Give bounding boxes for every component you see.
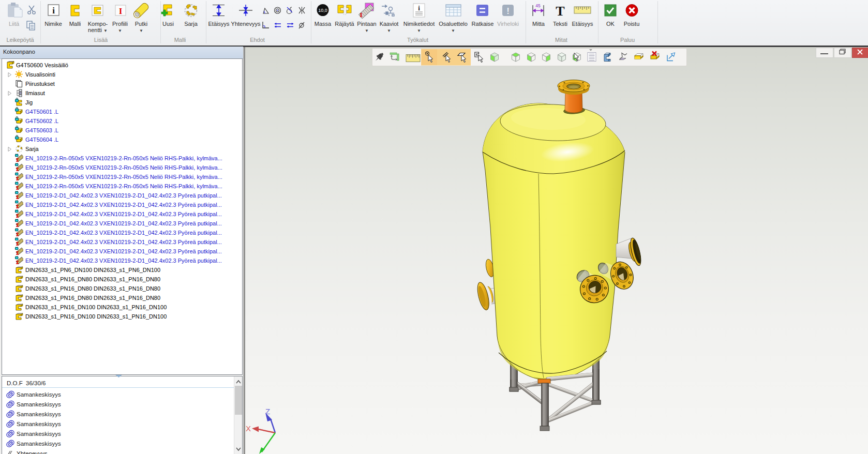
svg-text:T: T <box>556 4 564 19</box>
svg-text:i: i <box>418 4 420 12</box>
svg-text:!: ! <box>506 6 510 16</box>
svg-text:i: i <box>52 6 55 16</box>
svg-text:I: I <box>360 11 362 19</box>
svg-text:45: 45 <box>535 3 541 8</box>
svg-text:I: I <box>119 6 123 16</box>
svg-text:10,0: 10,0 <box>318 8 327 13</box>
